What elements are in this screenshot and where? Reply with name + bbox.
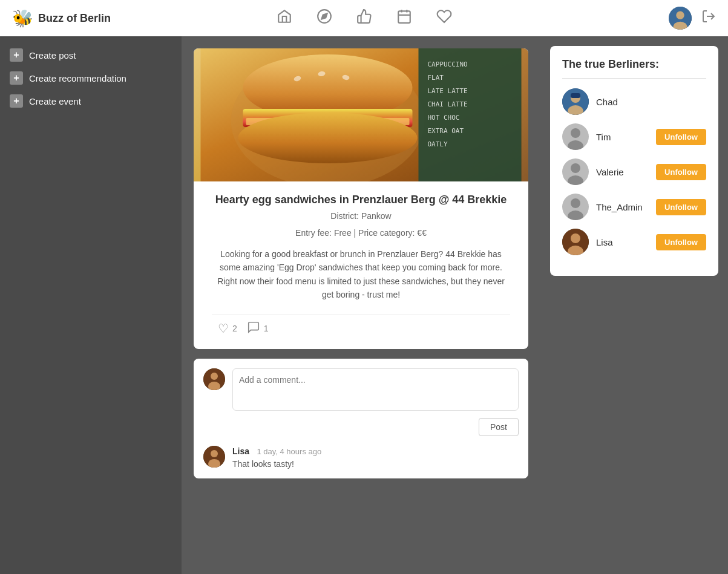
bee-icon: 🐝: [12, 8, 33, 28]
svg-point-38: [571, 128, 580, 138]
likes-count: 2: [232, 324, 237, 333]
svg-point-15: [238, 113, 418, 163]
right-sidebar: The true Berliners: Chad: [540, 36, 728, 574]
post-actions: ♡ 2 1: [212, 314, 510, 337]
commenter-avatar: [203, 368, 225, 390]
svg-point-28: [211, 373, 218, 380]
comment-icon: [247, 321, 260, 337]
berliner-item-admin: The_Admin Unfollow: [562, 194, 706, 220]
admin-avatar-img: [562, 194, 589, 220]
nav-home[interactable]: [277, 8, 292, 28]
sidebar-item-create-event[interactable]: + Create event: [10, 94, 172, 108]
header-right: [669, 7, 716, 30]
lisa-sidebar-avatar[interactable]: [562, 229, 589, 255]
comment-input-row: [203, 368, 519, 411]
comments-count: 1: [264, 324, 269, 333]
plus-icon-2: +: [10, 71, 23, 85]
unfollow-button-valerie[interactable]: Unfollow: [656, 164, 706, 180]
app-name: Buzz of Berlin: [38, 12, 111, 25]
create-post-label: Create post: [29, 50, 76, 60]
tim-avatar[interactable]: [562, 123, 589, 150]
berliner-name-admin: The_Admin: [596, 202, 649, 212]
sidebar-item-create-recommendation[interactable]: + Create recommendation: [10, 71, 172, 85]
comment-header: Lisa 1 day, 4 hours ago: [232, 446, 321, 457]
nav-thumbsup[interactable]: [356, 8, 372, 28]
svg-text:FLAT: FLAT: [428, 74, 444, 82]
post-btn-row: Post: [203, 418, 519, 436]
svg-rect-2: [398, 11, 410, 23]
commenter-avatar-img: [203, 368, 225, 390]
svg-text:LATE LATTE: LATE LATTE: [428, 87, 468, 95]
sidebar-item-create-post[interactable]: + Create post: [10, 48, 172, 62]
plus-icon-3: +: [10, 94, 23, 108]
svg-text:OATLY: OATLY: [428, 140, 448, 148]
unfollow-button-admin[interactable]: Unfollow: [656, 199, 706, 215]
plus-icon: +: [10, 48, 23, 62]
create-recommendation-label: Create recommendation: [29, 73, 126, 83]
comment-section: Post Lisa 1 day, 4 hours ago That: [194, 359, 528, 478]
post-image: CAPPUCCINO FLAT LATE LATTE CHAI LATTE HO…: [194, 48, 528, 181]
post-button[interactable]: Post: [479, 418, 519, 436]
unfollow-button-tim[interactable]: Unfollow: [656, 129, 706, 145]
post-district: District: Pankow: [212, 211, 510, 221]
lisa-sidebar-avatar-img: [562, 229, 589, 255]
post-body: Hearty egg sandwiches in Prenzlauer Berg…: [194, 181, 528, 349]
berliners-title: The true Berliners:: [562, 58, 706, 71]
chad-avatar-img: [562, 88, 589, 115]
post-title: Hearty egg sandwiches in Prenzlauer Berg…: [212, 194, 510, 206]
comment-button[interactable]: 1: [247, 321, 269, 337]
comment-author-avatar-img: [203, 446, 225, 468]
nav-calendar[interactable]: [396, 8, 412, 28]
sidebar: + Create post + Create recommendation + …: [0, 36, 182, 574]
svg-point-47: [571, 233, 580, 243]
main-nav: [277, 8, 452, 28]
comment-input[interactable]: [232, 368, 519, 411]
logout-button[interactable]: [701, 9, 716, 27]
berliner-name-valerie: Valerie: [596, 167, 649, 177]
comment-content: Lisa 1 day, 4 hours ago That looks tasty…: [232, 446, 321, 469]
berliners-card: The true Berliners: Chad: [550, 46, 718, 276]
logo: 🐝 Buzz of Berlin: [12, 8, 111, 28]
berliner-name-lisa: Lisa: [596, 237, 649, 247]
post-description: Looking for a good breakfast or brunch i…: [212, 247, 510, 302]
svg-point-41: [571, 163, 580, 173]
svg-marker-1: [321, 13, 327, 19]
valerie-avatar-img: [562, 158, 589, 185]
svg-point-7: [676, 11, 684, 19]
berliner-name-tim: Tim: [596, 132, 649, 142]
unfollow-button-lisa[interactable]: Unfollow: [656, 234, 706, 250]
svg-text:HOT CHOC: HOT CHOC: [428, 114, 460, 122]
berliner-item-valerie: Valerie Unfollow: [562, 158, 706, 185]
berliner-item-tim: Tim Unfollow: [562, 123, 706, 150]
admin-avatar[interactable]: [562, 194, 589, 220]
nav-heart[interactable]: [436, 8, 452, 28]
page-layout: + Create post + Create recommendation + …: [0, 36, 728, 574]
comment-time: 1 day, 4 hours ago: [257, 447, 321, 456]
main-content: CAPPUCCINO FLAT LATE LATTE CHAI LATTE HO…: [182, 36, 540, 574]
comment-author-name: Lisa: [232, 446, 249, 456]
berliner-item-lisa: Lisa Unfollow: [562, 229, 706, 255]
valerie-avatar[interactable]: [562, 158, 589, 185]
heart-icon: ♡: [218, 321, 229, 336]
user-avatar-img: [669, 7, 692, 30]
chad-avatar[interactable]: [562, 88, 589, 115]
svg-text:CHAI LATTE: CHAI LATTE: [428, 100, 468, 108]
svg-text:CAPPUCCINO: CAPPUCCINO: [428, 60, 468, 68]
create-event-label: Create event: [29, 96, 81, 106]
like-button[interactable]: ♡ 2: [218, 321, 237, 336]
berliners-divider: [562, 78, 706, 79]
svg-point-31: [211, 450, 218, 457]
nav-explore[interactable]: [316, 8, 332, 28]
tim-avatar-img: [562, 123, 589, 150]
svg-point-44: [571, 198, 580, 208]
comment-item: Lisa 1 day, 4 hours ago That looks tasty…: [203, 446, 519, 469]
berliner-item-chad: Chad: [562, 88, 706, 115]
user-avatar[interactable]: [669, 7, 692, 30]
post-card: CAPPUCCINO FLAT LATE LATTE CHAI LATTE HO…: [194, 48, 528, 349]
svg-text:EXTRA OAT: EXTRA OAT: [428, 127, 464, 135]
header: 🐝 Buzz of Berlin: [0, 0, 728, 36]
post-meta: Entry fee: Free | Price category: €€: [212, 228, 510, 238]
comment-author-avatar: [203, 446, 225, 468]
berliner-name-chad: Chad: [596, 97, 706, 107]
sandwich-illustration: CAPPUCCINO FLAT LATE LATTE CHAI LATTE HO…: [194, 48, 528, 181]
